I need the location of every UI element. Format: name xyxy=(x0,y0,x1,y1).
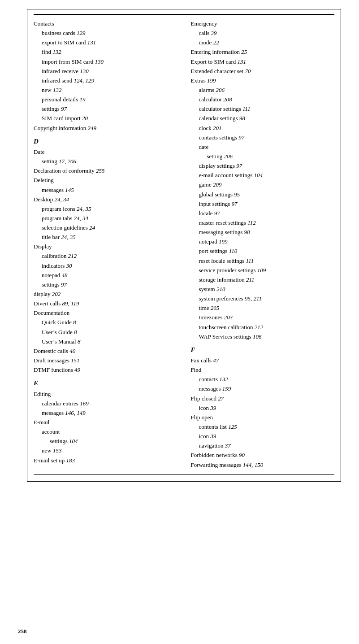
entry-text: notepad xyxy=(199,238,219,245)
entry-page: 111 xyxy=(242,105,251,112)
list-item: input settings 97 xyxy=(191,200,335,209)
list-item: Extras 199 xyxy=(191,76,335,85)
entry-page: 199 xyxy=(219,238,228,245)
list-item: Forbidden networks 90 xyxy=(191,451,335,460)
entry-text: alarms xyxy=(199,87,216,93)
list-item: Copyright information 249 xyxy=(34,124,177,133)
list-item: Emergency xyxy=(191,19,335,28)
entry-page: 132 xyxy=(53,87,62,93)
entry-text: contents list xyxy=(199,423,229,430)
list-item: calibration 212 xyxy=(34,252,177,261)
entry-page: 111 xyxy=(246,257,254,264)
entry-text: Forwarding messages xyxy=(191,461,243,468)
entry-page: 211 xyxy=(246,276,255,283)
entry-text: date xyxy=(199,144,209,150)
entry-text: contacts xyxy=(199,376,220,383)
list-item: calls 39 xyxy=(191,29,335,38)
entry-page: 210 xyxy=(216,286,225,292)
list-item: Editing xyxy=(34,390,177,399)
left-column: Contactsbusiness cards 129export to SIM … xyxy=(34,19,177,470)
list-item: Date xyxy=(34,148,177,157)
list-item: time 205 xyxy=(191,304,335,313)
entry-text: mode xyxy=(199,39,213,46)
list-item: Quick Guide 8 xyxy=(34,318,177,327)
entry-page: 90 xyxy=(239,452,245,458)
entry-page: 104 xyxy=(254,172,263,178)
entry-text: Contacts xyxy=(34,20,54,27)
entry-page: 183 xyxy=(66,457,75,464)
entry-page: 212 xyxy=(255,324,264,331)
entry-page: 24, 35 xyxy=(61,234,76,240)
entry-text: e-mail account settings xyxy=(199,172,254,178)
list-item: mode 22 xyxy=(191,38,335,47)
entry-text: new xyxy=(42,87,53,93)
list-item: F xyxy=(191,345,335,355)
entry-page: 48 xyxy=(61,272,67,278)
list-item: new 153 xyxy=(34,446,177,455)
list-item: new 132 xyxy=(34,86,177,95)
entry-text: calendar settings xyxy=(199,115,239,122)
entry-text: Quick Guide xyxy=(42,319,73,326)
entry-text: settings xyxy=(42,105,61,112)
list-item: navigation 37 xyxy=(191,441,335,450)
list-item: icon 39 xyxy=(191,432,335,441)
entry-page: 209 xyxy=(213,181,222,188)
entry-text: infrared send xyxy=(42,77,74,84)
entry-page: 39 xyxy=(210,433,216,439)
entry-text: business cards xyxy=(42,30,77,36)
list-item: service provider settings 109 xyxy=(191,266,335,275)
entry-text: calendar entries xyxy=(42,400,80,407)
entry-page: 95 xyxy=(234,191,240,198)
entry-page: 97 xyxy=(61,281,67,288)
entry-page: 125 xyxy=(228,423,237,430)
list-item: contacts settings 97 xyxy=(191,133,335,142)
entry-text: setting xyxy=(207,153,224,160)
entry-text: E-mail xyxy=(34,419,49,426)
list-item: infrared receive 130 xyxy=(34,67,177,76)
list-item: E-mail xyxy=(34,418,177,427)
entry-text: touchscreen calibration xyxy=(199,324,255,331)
list-item: Desktop 24, 34 xyxy=(34,195,177,204)
entry-text: SIM card import xyxy=(42,115,82,122)
entry-text: display xyxy=(34,291,52,297)
entry-page: 205 xyxy=(211,305,220,311)
list-item: User’s Manual 8 xyxy=(34,337,177,346)
entry-page: 25 xyxy=(241,48,247,55)
entry-page: 146, 149 xyxy=(65,409,86,416)
entry-text: Draft messages xyxy=(34,357,71,364)
entry-text: timezones xyxy=(199,314,224,321)
list-item: Entering information 25 xyxy=(191,48,335,57)
list-item: system preferences 95, 211 xyxy=(191,294,335,303)
entry-text: Divert calls xyxy=(34,300,62,307)
list-item: program tabs 24, 34 xyxy=(34,214,177,223)
list-item: find 132 xyxy=(34,48,177,57)
entry-page: 106 xyxy=(253,333,262,340)
list-item: indicators 30 xyxy=(34,261,177,270)
right-column: Emergencycalls 39mode 22Entering informa… xyxy=(191,19,335,470)
entry-text: reset locale settings xyxy=(199,257,246,264)
list-item: calculator settings 111 xyxy=(191,104,335,113)
entry-text: import from SIM card xyxy=(42,58,95,65)
entry-text: calibration xyxy=(42,252,68,259)
entry-text: infrared receive xyxy=(42,68,80,74)
entry-text: Forbidden networks xyxy=(191,452,239,458)
entry-page: 144, 150 xyxy=(243,461,264,468)
entry-text: storage information xyxy=(199,276,246,283)
entry-page: 169 xyxy=(80,400,89,407)
entry-page: 104 xyxy=(69,438,78,444)
list-item: Declaration of conformity 255 xyxy=(34,166,177,175)
entry-page: 24, 34 xyxy=(55,196,69,203)
entry-page: 49 xyxy=(74,366,80,373)
list-item: D xyxy=(34,136,177,147)
entry-page: 19 xyxy=(79,96,85,103)
list-item: settings 97 xyxy=(34,280,177,289)
entry-page: 40 xyxy=(69,348,75,354)
entry-page: 8 xyxy=(73,319,76,326)
entry-page: 130 xyxy=(80,68,89,74)
list-item: display 202 xyxy=(34,290,177,299)
entry-page: 249 xyxy=(88,125,97,131)
entry-text: Domestic calls xyxy=(34,348,69,354)
entry-text: WAP Services settings xyxy=(199,333,253,340)
entry-page: 145 xyxy=(65,187,74,193)
entry-page: 24, 35 xyxy=(77,205,91,212)
